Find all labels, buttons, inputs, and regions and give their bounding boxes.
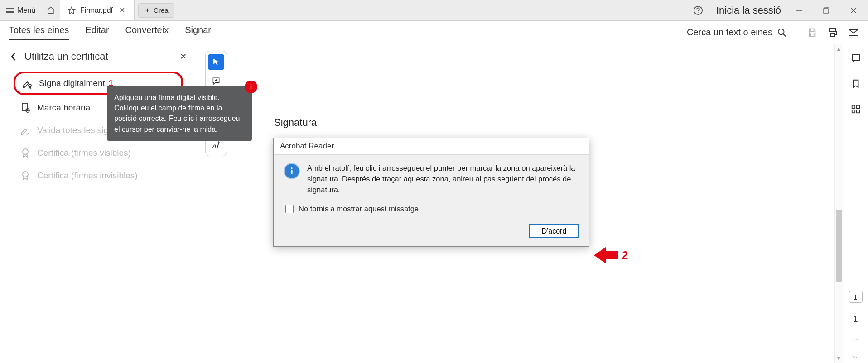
home-button[interactable] bbox=[42, 0, 60, 20]
selection-tool-button[interactable] bbox=[208, 54, 224, 70]
tab-label: Firmar.pdf bbox=[80, 6, 113, 14]
menu-label: Menú bbox=[17, 6, 35, 14]
total-pages-label: 1 bbox=[853, 315, 858, 324]
save-icon[interactable] bbox=[807, 28, 817, 38]
toolbar-item-convert[interactable]: Converteix bbox=[125, 25, 169, 40]
star-icon bbox=[68, 6, 76, 14]
pen-check-icon bbox=[20, 125, 31, 136]
window-close-button[interactable] bbox=[844, 1, 863, 19]
hamburger-icon bbox=[6, 8, 14, 13]
pen-certificate-icon bbox=[22, 78, 33, 89]
toolbar-right: Cerca un text o eines bbox=[687, 26, 859, 39]
right-rail: 1 1 ︿ ﹀ bbox=[843, 44, 868, 363]
panel-item-certify-invisible: Certifica (firmes invisibles) bbox=[14, 166, 183, 186]
dont-show-checkbox[interactable] bbox=[285, 205, 294, 213]
signin-label: Inicia la sessió bbox=[716, 5, 781, 16]
svg-rect-24 bbox=[852, 105, 854, 108]
vertical-scrollbar[interactable]: ▲ ▼ bbox=[834, 44, 843, 363]
comment-plus-icon bbox=[212, 76, 221, 86]
minimize-icon bbox=[796, 7, 802, 14]
viewer: A Signatura Acrobat Reader i Amb el rato… bbox=[197, 44, 834, 363]
svg-point-19 bbox=[23, 172, 28, 177]
svg-rect-26 bbox=[852, 110, 854, 113]
svg-point-18 bbox=[23, 149, 28, 154]
page-indicator[interactable]: 1 bbox=[849, 291, 863, 303]
create-label: Crea bbox=[154, 6, 169, 14]
print-icon[interactable] bbox=[827, 27, 838, 38]
cursor-icon bbox=[212, 58, 220, 66]
titlebar-right: Inicia la sessió bbox=[689, 1, 868, 19]
panel-item-label: Marca horària bbox=[37, 103, 90, 113]
toolbar-item-all-tools[interactable]: Totes les eines bbox=[9, 25, 69, 40]
divider bbox=[797, 26, 797, 39]
scroll-thumb[interactable] bbox=[836, 210, 842, 282]
panel-close-button[interactable]: ✕ bbox=[180, 52, 187, 62]
document-clock-icon bbox=[20, 102, 31, 113]
svg-marker-0 bbox=[68, 7, 75, 14]
speech-bubble-icon bbox=[850, 53, 861, 64]
toolbar-item-edit[interactable]: Editar bbox=[85, 25, 109, 40]
current-page-label: 1 bbox=[854, 293, 857, 301]
scroll-up-icon[interactable]: ▲ bbox=[835, 44, 843, 53]
svg-rect-11 bbox=[810, 33, 814, 36]
dialog-body: i Amb el ratolí, feu clic i arrossegueu … bbox=[274, 155, 589, 197]
search-button[interactable]: Cerca un text o eines bbox=[687, 27, 787, 38]
scroll-track[interactable] bbox=[835, 53, 843, 354]
svg-rect-10 bbox=[810, 29, 814, 31]
signin-button[interactable]: Inicia la sessió bbox=[716, 5, 781, 16]
tooltip-text: Apliqueu una firma digital visible. Col·… bbox=[114, 94, 240, 133]
panel-item-label: Certifica (firmes invisibles) bbox=[37, 171, 138, 181]
window-restore-button[interactable] bbox=[817, 1, 835, 19]
bookmark-icon bbox=[851, 78, 861, 89]
dialog-dont-show-again[interactable]: No tornis a mostrar aquest missatge bbox=[274, 197, 589, 215]
page-up-button[interactable]: ︿ bbox=[852, 334, 859, 344]
svg-rect-27 bbox=[856, 110, 859, 113]
signature-icon bbox=[211, 140, 221, 150]
close-icon bbox=[850, 7, 857, 14]
comments-panel-button[interactable] bbox=[848, 51, 863, 66]
back-icon[interactable] bbox=[10, 51, 17, 62]
plus-icon: ＋ bbox=[144, 6, 151, 14]
svg-line-9 bbox=[783, 33, 786, 36]
toolbar-menu: Totes les eines Editar Converteix Signar bbox=[9, 25, 211, 40]
page-down-button[interactable]: ﹀ bbox=[852, 353, 859, 363]
bookmarks-panel-button[interactable] bbox=[848, 76, 863, 91]
restore-icon bbox=[823, 7, 829, 14]
scroll-down-icon[interactable]: ▼ bbox=[835, 354, 843, 363]
panel-item-label: Signa digitalment bbox=[39, 78, 105, 88]
svg-point-2 bbox=[698, 12, 699, 13]
toolbar-item-sign[interactable]: Signar bbox=[185, 25, 211, 40]
help-button[interactable] bbox=[689, 5, 707, 15]
svg-rect-5 bbox=[824, 9, 828, 13]
dialog-buttons: D'acord bbox=[274, 215, 589, 246]
dialog: Acrobat Reader i Amb el ratolí, feu clic… bbox=[273, 138, 589, 247]
ribbon-outline-icon bbox=[20, 170, 31, 181]
svg-rect-25 bbox=[856, 105, 859, 108]
panel-header: Utilitza un certificat ✕ bbox=[0, 51, 197, 72]
help-icon bbox=[693, 5, 703, 15]
panel-item-certify-visible: Certifica (firmes visibles) bbox=[14, 143, 183, 163]
dialog-ok-button[interactable]: D'acord bbox=[529, 224, 579, 238]
signature-field-label: Signatura bbox=[274, 117, 834, 129]
left-panel: Utilitza un certificat ✕ Signa digitalme… bbox=[0, 44, 197, 363]
search-label: Cerca un text o eines bbox=[687, 27, 772, 38]
search-icon bbox=[777, 28, 787, 38]
create-tab-button[interactable]: ＋ Crea bbox=[138, 3, 174, 18]
email-icon[interactable] bbox=[848, 27, 859, 38]
ribbon-icon bbox=[20, 148, 31, 158]
svg-rect-13 bbox=[830, 33, 835, 37]
thumbnails-panel-button[interactable] bbox=[848, 101, 863, 117]
svg-rect-16 bbox=[22, 103, 28, 110]
home-icon bbox=[46, 6, 55, 15]
menu-button[interactable]: Menú bbox=[0, 0, 42, 20]
info-icon: i bbox=[284, 163, 300, 179]
tab-close-button[interactable]: ✕ bbox=[117, 6, 127, 14]
document-tab[interactable]: Firmar.pdf ✕ bbox=[60, 0, 135, 20]
window-minimize-button[interactable] bbox=[790, 1, 808, 19]
titlebar: Menú Firmar.pdf ✕ ＋ Crea Inicia la sessi… bbox=[0, 0, 868, 21]
grid-icon bbox=[851, 104, 861, 114]
dialog-title: Acrobat Reader bbox=[274, 138, 589, 155]
panel-title: Utilitza un certificat bbox=[24, 51, 108, 62]
tooltip: i Apliqueu una firma digital visible. Co… bbox=[107, 86, 252, 141]
dialog-message: Amb el ratolí, feu clic i arrossegueu el… bbox=[307, 163, 579, 196]
